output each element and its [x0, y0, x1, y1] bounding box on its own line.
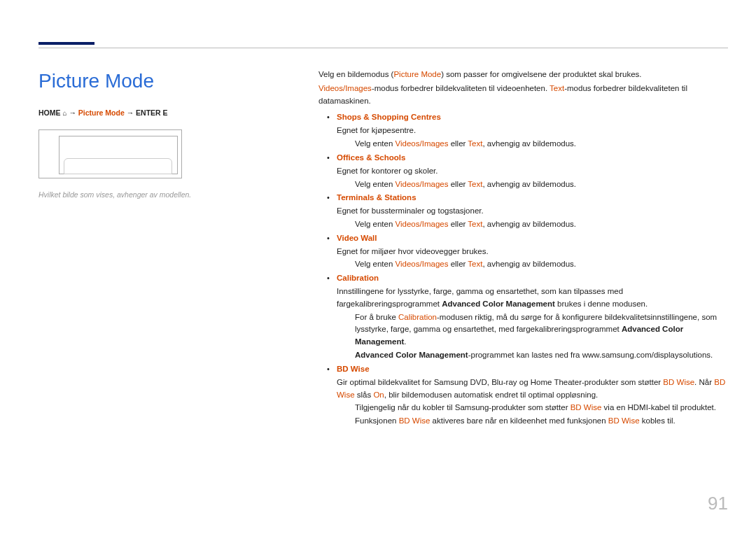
- bdwise-sub2: Funksjonen BD Wise aktiveres bare når en…: [355, 415, 728, 428]
- mode-title: BD Wise: [337, 363, 728, 376]
- accent-bdwise: BD Wise: [663, 378, 694, 386]
- text: Velg enten: [355, 180, 396, 188]
- text: brukes i denne modusen.: [555, 300, 648, 308]
- text: , avhengig av bildemodus.: [482, 220, 576, 228]
- image-preview-placeholder: [38, 129, 182, 178]
- list-item-videowall: Video Wall Egnet for miljøer hvor videov…: [318, 232, 728, 271]
- text: .: [404, 337, 406, 346]
- breadcrumb: HOME ⌂ → Picture Mode → ENTER E: [38, 108, 168, 117]
- text: , avhengig av bildemodus.: [482, 139, 576, 148]
- text: Velg enten: [355, 139, 396, 148]
- list-item-offices: Offices & Schools Egnet for kontorer og …: [318, 152, 728, 190]
- accent-videos-images: Videos/Images: [396, 260, 449, 268]
- text: eller: [448, 220, 468, 228]
- calibration-sub1: For å bruke Calibration-modusen riktig, …: [355, 311, 728, 349]
- text: , avhengig av bildemodus.: [482, 180, 576, 188]
- mode-desc: Innstillingene for lysstyrke, farge, gam…: [337, 286, 728, 311]
- text: , avhengig av bildemodus.: [482, 260, 576, 268]
- text: eller: [448, 180, 468, 188]
- breadcrumb-picture-mode: Picture Mode: [78, 108, 125, 117]
- header-accent-bar: [38, 42, 94, 45]
- mode-title: Calibration: [337, 272, 728, 285]
- accent-text: Text: [468, 139, 482, 148]
- mode-subline: Velg enten Videos/Images eller Text, avh…: [355, 178, 728, 191]
- text: -programmet kan lastes ned fra www.samsu…: [468, 351, 713, 359]
- image-preview-note: Hvilket bilde som vises, avhenger av mod…: [38, 190, 220, 199]
- accent-on: On: [373, 391, 384, 399]
- mode-list: Shops & Shopping Centres Egnet for kjøpe…: [318, 111, 728, 428]
- text: eller: [448, 260, 468, 268]
- breadcrumb-arrow: →: [69, 108, 76, 117]
- accent-text: Text: [468, 260, 482, 268]
- accent-text: Text: [550, 84, 564, 92]
- header-rule: [38, 48, 728, 48]
- text: . Når: [694, 378, 714, 386]
- mode-title: Terminals & Stations: [337, 192, 728, 204]
- text: -modus forbedrer bildekvaliteten til vid…: [372, 84, 550, 92]
- text: Tilgjengelig når du kobler til Samsung-p…: [355, 403, 570, 412]
- bdwise-sub1: Tilgjengelig når du kobler til Samsung-p…: [355, 402, 728, 414]
- text: via en HDMI-kabel til produktet.: [601, 403, 716, 412]
- mode-subline: Velg enten Videos/Images eller Text, avh…: [355, 218, 728, 231]
- accent-videos-images: Videos/Images: [396, 139, 449, 148]
- text: ) som passer for omgivelsene der produkt…: [441, 70, 641, 78]
- text: slås: [355, 391, 374, 399]
- mode-title: Offices & Schools: [337, 152, 728, 164]
- breadcrumb-arrow: →: [127, 108, 134, 117]
- breadcrumb-enter: ENTER E: [136, 108, 168, 117]
- mode-desc: Egnet for miljøer hvor videovegger bruke…: [337, 246, 728, 258]
- text: Velg en bildemodus (: [318, 70, 393, 78]
- intro-paragraph-2: Videos/Images-modus forbedrer bildekvali…: [318, 83, 728, 108]
- home-icon: ⌂: [62, 109, 66, 117]
- calibration-sub2: Advanced Color Management-programmet kan…: [355, 349, 728, 362]
- mode-desc: Egnet for kjøpesentre.: [337, 125, 728, 137]
- accent-bdwise: BD Wise: [608, 416, 640, 425]
- bold-acm: Advanced Color Management: [442, 300, 555, 308]
- mode-desc: Egnet for kontorer og skoler.: [337, 165, 728, 178]
- list-item-terminals: Terminals & Stations Egnet for busstermi…: [318, 192, 728, 230]
- accent-videos-images: Videos/Images: [396, 220, 449, 228]
- accent-text: Text: [468, 180, 482, 188]
- accent-calibration: Calibration: [398, 313, 437, 321]
- mode-subline: Velg enten Videos/Images eller Text, avh…: [355, 138, 728, 150]
- accent-bdwise: BD Wise: [570, 403, 602, 412]
- text: , blir bildemodusen automatisk endret ti…: [384, 391, 598, 399]
- mode-subline: Velg enten Videos/Images eller Text, avh…: [355, 258, 728, 271]
- bold-acm: Advanced Color Management: [355, 351, 468, 359]
- mode-desc: Gir optimal bildekvalitet for Samsung DV…: [337, 377, 728, 402]
- breadcrumb-home: HOME: [38, 108, 61, 117]
- text: Funksjonen: [355, 416, 399, 425]
- text: Velg enten: [355, 220, 396, 228]
- page-number: 91: [708, 493, 728, 514]
- mode-title: Shops & Shopping Centres: [337, 111, 728, 124]
- list-item-bdwise: BD Wise Gir optimal bildekvalitet for Sa…: [318, 363, 728, 428]
- text: eller: [448, 139, 468, 148]
- main-content: Velg en bildemodus (Picture Mode) som pa…: [318, 69, 728, 429]
- text: aktiveres bare når en kildeenhet med fun…: [430, 416, 608, 425]
- accent-bdwise: BD Wise: [399, 416, 430, 425]
- image-preview-inner2: [64, 158, 172, 174]
- accent-text: Text: [468, 220, 482, 228]
- page-title: Picture Mode: [38, 70, 154, 92]
- text: Velg enten: [355, 260, 396, 268]
- list-item-shops: Shops & Shopping Centres Egnet for kjøpe…: [318, 111, 728, 150]
- accent-picture-mode: Picture Mode: [393, 70, 441, 78]
- text: For å bruke: [355, 313, 398, 321]
- text: Gir optimal bildekvalitet for Samsung DV…: [337, 378, 663, 386]
- list-item-calibration: Calibration Innstillingene for lysstyrke…: [318, 272, 728, 362]
- text: kobles til.: [640, 416, 676, 425]
- intro-paragraph-1: Velg en bildemodus (Picture Mode) som pa…: [318, 69, 728, 81]
- accent-videos-images: Videos/Images: [396, 180, 449, 188]
- mode-title: Video Wall: [337, 232, 728, 245]
- mode-desc: Egnet for bussterminaler og togstasjoner…: [337, 205, 728, 218]
- accent-videos-images: Videos/Images: [318, 84, 372, 92]
